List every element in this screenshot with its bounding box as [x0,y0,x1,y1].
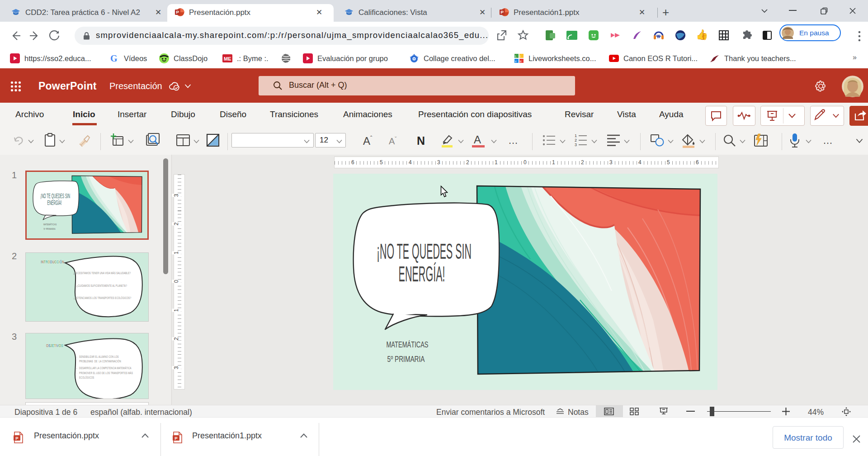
svg-text:L: L [515,55,517,58]
svg-text:e: e [520,60,522,63]
svg-text:5º PRIMARIA: 5º PRIMARIA [387,355,425,364]
svg-text:¡NO TE QUEDES SIN: ¡NO TE QUEDES SIN [377,239,472,263]
svg-text:5º PRIMARIA: 5º PRIMARIA [44,228,56,230]
svg-text:v: v [515,60,517,63]
svg-text:¡NO TE QUEDES SIN: ¡NO TE QUEDES SIN [40,192,70,200]
svg-text:G: G [110,53,118,63]
svg-text:ENERGÍA!: ENERGÍA! [47,199,61,206]
svg-text:MATEMÁTICAS: MATEMÁTICAS [43,223,57,226]
svg-text:2: 2 [575,138,577,142]
svg-text:ME: ME [224,56,231,62]
svg-text:ENERGÍA!: ENERGÍA! [399,261,445,286]
svg-text:P: P [175,436,178,441]
svg-text:P: P [176,10,179,14]
svg-text:P: P [15,436,19,441]
svg-text:MATEMÁTICAS: MATEMÁTICAS [387,340,429,349]
svg-text:1: 1 [575,133,577,138]
svg-text:P: P [500,10,504,14]
svg-text:3: 3 [575,142,577,147]
